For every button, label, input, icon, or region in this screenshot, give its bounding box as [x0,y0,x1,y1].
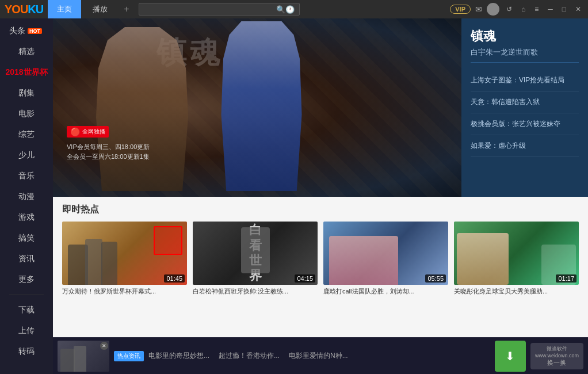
video-thumb-0: 01:45 [62,222,187,285]
sidebar-item-movie[interactable]: 电影 [0,104,53,124]
sidebar-item-kids[interactable]: 少儿 [0,145,53,166]
hero-description: VIP会员每周三、四18:00更新 全会员一至周六18:00更新1集 [67,142,150,162]
mail-icon[interactable]: ✉ [475,5,482,14]
video-title-0: 万众期待！俄罗斯世界杯开幕式... [62,287,187,296]
video-card-2[interactable]: 05:55 鹿晗打call法国队必胜，刘涛却... [323,222,448,296]
hero-section: 镇魂 🔴 全网独播 VIP会员每周三、四18:00更新 全会员一至周六18:00… [53,18,588,197]
tab-play[interactable]: 播放 [83,0,117,18]
youku-logo: YOUKU [5,3,43,16]
sidebar-item-upload[interactable]: 上传 [0,320,53,341]
avatar[interactable] [487,3,499,16]
hero-exclusive-badge: 🔴 全网独播 VIP会员每周三、四18:00更新 全会员一至周六18:00更新1… [67,126,150,162]
sidebar-item-more[interactable]: 更多 [0,269,53,290]
watermark-url: www.weidown.com [535,353,579,358]
bottom-links: 电影里的奇思妙想... 超过瘾！香港动作... 电影里爱情的N种... [148,351,490,361]
hero-right-panel: 镇魂 白宇朱一龙逆世而歌 上海女子图鉴：VIP抢先看结局 天意：韩信遭陷害入狱 … [461,18,588,197]
title-bar: YOUKU 主页 播放 + 🔍 🕐 VIP ✉ ↺ ⌂ ≡ ─ □ ✕ [0,0,588,18]
sidebar-item-game[interactable]: 游戏 [0,207,53,228]
sidebar-item-convert[interactable]: 转码 [0,341,53,362]
sidebar-item-worldcup[interactable]: 2018世界杯 [0,62,53,83]
search-icon: 🔍 [276,5,285,14]
hot-badge: HOT [28,28,42,34]
video-title-3: 关晓彤化身足球宝贝大秀美腿助... [454,287,579,296]
search-bar: 🔍 🕐 [139,3,300,16]
vip-badge[interactable]: VIP [450,5,471,14]
sidebar-item-funny[interactable]: 搞笑 [0,228,53,249]
video-card-0[interactable]: 01:45 万众期待！俄罗斯世界杯开幕式... [62,222,187,296]
main-layout: 头条 HOT 精选 2018世界杯 剧集 电影 综艺 少儿 音乐 动漫 游戏 [0,18,588,374]
video-duration-1: 04:15 [295,274,315,283]
panel-subtitle: 白宇朱一龙逆世而歌 [471,47,579,63]
panel-item-0[interactable]: 上海女子图鉴：VIP抢先看结局 [471,70,579,91]
video-thumb-1: 白看世界 04:15 [193,222,318,285]
sidebar-item-music[interactable]: 音乐 [0,166,53,186]
title-bar-left: YOUKU 主页 播放 + [5,0,134,18]
video-title-1: 白岩松神侃西班牙换帅:没主教练... [193,287,318,296]
bottom-link-0[interactable]: 电影里的奇思妙想... [148,351,209,361]
thumb-close-button[interactable]: ✕ [100,342,108,350]
hero-desc-line2: 全会员一至周六18:00更新1集 [67,152,150,162]
panel-item-2[interactable]: 极挑会员版：张艺兴被迷妹夺 [471,113,579,135]
bottom-news-tag[interactable]: 热点资讯 [114,351,144,361]
video-duration-3: 01:17 [556,274,576,283]
minimize-button[interactable]: ─ [545,5,555,13]
bottom-link-2[interactable]: 电影里爱情的N种... [289,351,348,361]
sidebar-bottom: 下载 上传 转码 [0,300,53,362]
video-duration-0: 01:45 [164,274,185,283]
bottom-thumbnail[interactable]: ✕ [58,341,109,372]
panel-title: 镇魂 [471,28,579,45]
refresh-window-button[interactable]: ↺ [504,5,514,13]
sidebar-item-news[interactable]: 资讯 [0,249,53,269]
close-button[interactable]: ✕ [573,5,583,13]
sidebar-item-variety[interactable]: 综艺 [0,124,53,145]
video-card-3[interactable]: 01:17 关晓彤化身足球宝贝大秀美腿助... [454,222,579,296]
download-arrow-icon: ⬇ [505,349,515,363]
refresh-button[interactable]: 换一换 [547,358,566,367]
download-button[interactable]: ⬇ [495,341,526,372]
bottom-bar: ✕ 热点资讯 电影里的奇思妙想... 超过瘾！香港动作... 电影里爱情的N种.… [53,337,588,374]
title-bar-right: VIP ✉ ↺ ⌂ ≡ ─ □ ✕ [450,3,583,16]
menu-window-button[interactable]: ≡ [532,5,541,13]
panel-item-3[interactable]: 如果爱：虐心升级 [471,135,579,157]
sidebar-item-headlines[interactable]: 头条 HOT [0,21,53,41]
home-window-button[interactable]: ⌂ [519,5,528,13]
video-title-2: 鹿晗打call法国队必胜，刘涛却... [323,287,448,296]
maximize-button[interactable]: □ [560,5,568,13]
search-input[interactable] [144,5,276,13]
content-area: 镇魂 🔴 全网独播 VIP会员每周三、四18:00更新 全会员一至周六18:00… [53,18,588,374]
sidebar-item-drama[interactable]: 剧集 [0,83,53,104]
hot-section-title: 即时热点 [62,204,579,216]
panel-item-1[interactable]: 天意：韩信遭陷害入狱 [471,91,579,113]
clock-icon: 🕐 [285,5,295,14]
sidebar-item-download[interactable]: 下载 [0,300,53,320]
video-duration-2: 05:55 [425,274,446,283]
watermark: 微当软件 www.weidown.com 换一换 [530,343,583,369]
hot-section: 即时热点 01:45 万众期待！俄罗斯世界杯开幕式... [53,197,588,337]
sidebar-item-featured[interactable]: 精选 [0,41,53,62]
sidebar-divider [9,295,44,295]
watermark-brand: 微当软件 [547,345,567,353]
video-thumb-3: 01:17 [454,222,579,285]
tab-home[interactable]: 主页 [48,0,81,18]
video-card-1[interactable]: 白看世界 04:15 白岩松神侃西班牙换帅:没主教练... [193,222,318,296]
hero-desc-line1: VIP会员每周三、四18:00更新 [67,142,150,152]
video-grid: 01:45 万众期待！俄罗斯世界杯开幕式... 白看世界 04:15 白岩松神侃… [62,222,579,296]
sidebar-item-anime[interactable]: 动漫 [0,186,53,207]
bottom-link-1[interactable]: 超过瘾！香港动作... [219,351,280,361]
video-thumb-2: 05:55 [323,222,448,285]
sidebar: 头条 HOT 精选 2018世界杯 剧集 电影 综艺 少儿 音乐 动漫 游戏 [0,18,53,374]
tab-add-button[interactable]: + [119,4,133,14]
hero-banner[interactable]: 镇魂 🔴 全网独播 VIP会员每周三、四18:00更新 全会员一至周六18:00… [53,18,461,197]
